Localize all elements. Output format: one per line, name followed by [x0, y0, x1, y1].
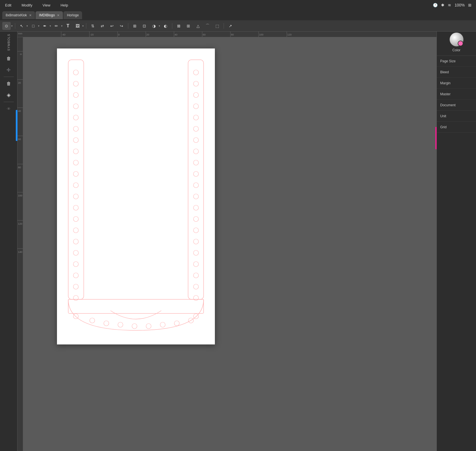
text-tool[interactable]: T — [64, 22, 72, 30]
svg-point-80 — [90, 318, 95, 323]
transform2-button[interactable]: ⊡ — [140, 22, 149, 30]
svg-point-65 — [193, 149, 199, 154]
svg-text:40: 40 — [18, 110, 21, 112]
delete-layer-button[interactable]: 🗑 — [4, 79, 14, 89]
svg-point-50 — [73, 216, 78, 222]
image-tool[interactable]: 🖼 — [73, 22, 82, 30]
undo-button[interactable]: ↩ — [108, 22, 116, 30]
svg-text:0: 0 — [118, 33, 120, 36]
svg-point-73 — [193, 239, 199, 244]
time-machine-icon: 🕐 — [433, 3, 438, 7]
select-tool-group: ↖ ▾ — [17, 22, 28, 30]
left-sidebar: SYMBOLS 🗑 ➕ 🗑 ◈ 👁 — [0, 32, 17, 451]
transform1-button[interactable]: ⊞ — [131, 22, 139, 30]
svg-point-77 — [193, 284, 199, 289]
boolean-button[interactable]: ◑ — [150, 22, 158, 30]
hide-layer-button[interactable]: 👁 — [4, 104, 14, 114]
cut2-button[interactable]: ⊞ — [184, 22, 193, 30]
menu-view[interactable]: View — [41, 2, 52, 8]
sep3 — [128, 23, 128, 29]
path-outline-button[interactable]: ◐ — [161, 22, 170, 30]
image-dropdown-chevron[interactable]: ▾ — [82, 25, 84, 27]
select-dropdown-chevron[interactable]: ▾ — [27, 25, 28, 27]
svg-point-84 — [146, 324, 151, 329]
menu-modify[interactable]: Modify — [20, 2, 34, 8]
select-tool[interactable]: ↖ — [17, 22, 26, 30]
svg-point-44 — [73, 149, 78, 154]
svg-point-51 — [73, 228, 78, 233]
rect-dropdown-chevron[interactable]: ▾ — [38, 25, 39, 27]
cut1-button[interactable]: ⊠ — [175, 22, 183, 30]
page-size-item[interactable]: Page Size — [437, 56, 476, 67]
document-item[interactable]: Document — [437, 100, 476, 111]
svg-text:20: 20 — [18, 81, 21, 84]
menu-help[interactable]: Help — [59, 2, 70, 8]
grid-item[interactable]: Grid — [437, 122, 476, 133]
canvas-area[interactable] — [23, 37, 437, 451]
mask-button[interactable]: ⬚ — [213, 22, 221, 30]
tab-imdiblogo[interactable]: IMDIBlogo ✕ — [36, 11, 63, 19]
magnet-dropdown-chevron[interactable]: ▾ — [11, 25, 13, 27]
flip-v-button[interactable]: ⇅ — [89, 22, 97, 30]
svg-rect-35 — [188, 60, 204, 299]
blue-bar-indicator — [16, 110, 17, 141]
svg-point-75 — [193, 262, 199, 267]
svg-point-37 — [73, 70, 78, 75]
svg-point-39 — [73, 92, 78, 98]
color-label: Color — [452, 48, 460, 52]
menu-edit[interactable]: Edit — [3, 2, 13, 8]
redo-button[interactable]: ↪ — [117, 22, 126, 30]
svg-point-55 — [73, 273, 78, 278]
rectangle-tool[interactable]: □ — [29, 22, 38, 30]
svg-point-56 — [73, 284, 78, 289]
svg-point-47 — [73, 183, 78, 188]
delete-symbol-button[interactable]: 🗑 — [4, 54, 14, 64]
svg-text:140: 140 — [18, 251, 22, 253]
boolean-tool-group: ◑ ▾ — [150, 22, 160, 30]
svg-point-64 — [193, 138, 199, 143]
color-swatch-overlay — [458, 41, 463, 46]
color-section[interactable]: Color — [437, 29, 476, 56]
magnet-tool[interactable]: ⊙ — [2, 22, 11, 30]
triangle-button[interactable]: △ — [194, 22, 202, 30]
add-symbol-button[interactable]: ➕ — [4, 65, 14, 75]
path-button[interactable]: ⌒ — [203, 22, 212, 30]
svg-point-66 — [193, 160, 199, 165]
color-swatch[interactable] — [449, 32, 464, 47]
tab-8x8matrix[interactable]: 8x8matrixKlok ✕ — [2, 11, 35, 19]
svg-point-40 — [73, 104, 78, 109]
page-canvas — [57, 48, 215, 344]
svg-point-54 — [73, 262, 78, 267]
svg-point-70 — [193, 205, 199, 210]
pen-tool[interactable]: ✒ — [41, 22, 49, 30]
bleed-item[interactable]: Bleed — [437, 67, 476, 78]
menubar: Edit Modify View Help 🕐 ✱ ≋ 100% ⊞ — [0, 0, 476, 10]
flip-h-button[interactable]: ⇄ — [98, 22, 107, 30]
tab-close-imdiblogo[interactable]: ✕ — [57, 14, 60, 17]
pencil-tool-group: ✏ ▾ — [52, 22, 63, 30]
margin-item[interactable]: Margin — [437, 78, 476, 89]
svg-point-69 — [193, 194, 199, 199]
svg-text:60: 60 — [18, 138, 21, 141]
svg-point-63 — [193, 126, 199, 131]
tab-horloge[interactable]: Horloge — [63, 11, 82, 19]
svg-text:60: 60 — [203, 33, 206, 36]
export-button[interactable]: ↗ — [226, 22, 235, 30]
tab-close-8x8matrix[interactable]: ✕ — [29, 14, 32, 17]
toolbar: ⊙ ▾ ↖ ▾ □ ▾ ✒ ▾ ✏ ▾ T 🖼 ▾ ⇅ ⇄ ↩ ↪ ⊞ ⊡ ◑ … — [0, 20, 476, 32]
svg-point-78 — [193, 295, 199, 300]
svg-point-59 — [193, 81, 199, 86]
svg-text:20: 20 — [146, 33, 149, 36]
system-icons: 🕐 ✱ ≋ 100% ⊞ — [433, 0, 476, 10]
pencil-tool[interactable]: ✏ — [52, 22, 61, 30]
sep1 — [15, 23, 15, 29]
svg-text:-20: -20 — [90, 33, 94, 36]
add-layer-button[interactable]: ◈ — [4, 90, 14, 100]
svg-point-85 — [160, 322, 165, 327]
unit-item[interactable]: Unit — [437, 111, 476, 122]
master-item[interactable]: Master — [437, 89, 476, 100]
boolean-dropdown-chevron[interactable]: ▾ — [159, 25, 160, 27]
pencil-dropdown-chevron[interactable]: ▾ — [61, 25, 63, 27]
svg-text:100: 100 — [259, 33, 263, 36]
pen-dropdown-chevron[interactable]: ▾ — [50, 25, 51, 27]
